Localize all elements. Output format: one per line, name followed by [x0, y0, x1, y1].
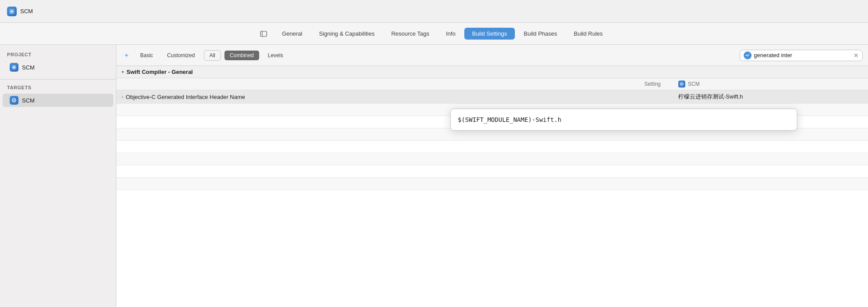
- row-setting-name: Objective-C Generated Interface Header N…: [126, 94, 245, 100]
- svg-point-5: [14, 100, 15, 101]
- col-setting-header: Setting: [122, 81, 678, 87]
- popup-value[interactable]: $(SWIFT_MODULE_NAME)-Swift.h: [458, 116, 561, 123]
- tab-info[interactable]: Info: [438, 28, 463, 40]
- tab-build-rules[interactable]: Build Rules: [566, 28, 611, 40]
- scm-header-icon: [678, 80, 685, 88]
- sidebar-divider: [0, 79, 116, 80]
- filter-bar: + Basic Customized All Combined Levels ✕: [116, 45, 868, 66]
- tab-build-phases[interactable]: Build Phases: [516, 28, 565, 40]
- section-chevron-icon[interactable]: ▾: [122, 69, 124, 74]
- empty-row-5: [116, 153, 868, 165]
- project-section-label: PROJECT: [0, 52, 116, 61]
- filter-levels-button[interactable]: Levels: [263, 51, 289, 60]
- titlebar: SCM ‹ ! ›: [0, 0, 868, 23]
- targets-section-label: TARGETS: [0, 85, 116, 94]
- filter-all-button[interactable]: All: [204, 50, 221, 61]
- add-button[interactable]: +: [122, 51, 131, 60]
- row-setting-col: › Objective-C Generated Interface Header…: [122, 94, 678, 100]
- filter-combined-button[interactable]: Combined: [224, 51, 259, 60]
- tab-build-settings[interactable]: Build Settings: [464, 28, 515, 40]
- section-header: ▾ Swift Compiler - General: [116, 66, 868, 78]
- section-title: Swift Compiler - General: [127, 69, 193, 75]
- target-icon: [10, 96, 18, 105]
- row-setting-value: 柠檬云进销存测试-Swift.h: [678, 93, 863, 101]
- tab-signing[interactable]: Signing & Capabilities: [311, 28, 382, 40]
- sidebar-item-project[interactable]: SCM: [3, 61, 113, 74]
- search-input[interactable]: [754, 52, 851, 58]
- sidebar: PROJECT SCM TARGETS SCM: [0, 45, 116, 307]
- empty-row-6: [116, 165, 868, 178]
- search-box: ✕: [740, 50, 863, 61]
- titlebar-title: SCM: [20, 8, 33, 15]
- sidebar-toggle-button[interactable]: [257, 28, 270, 40]
- empty-row-4: [116, 141, 868, 153]
- project-icon: [10, 63, 18, 72]
- svg-point-7: [681, 84, 682, 84]
- empty-row-7: [116, 178, 868, 190]
- content-area: + Basic Customized All Combined Levels ✕…: [116, 45, 868, 307]
- tab-bar: General Signing & Capabilities Resource …: [0, 23, 868, 45]
- search-icon: [744, 51, 752, 59]
- col-scm-header: SCM: [678, 80, 863, 88]
- setting-row-objc-header[interactable]: › Objective-C Generated Interface Header…: [116, 90, 868, 104]
- target-label: SCM: [22, 97, 35, 104]
- popup-box: $(SWIFT_MODULE_NAME)-Swift.h: [450, 109, 797, 131]
- column-headers: Setting SCM: [116, 78, 868, 90]
- search-clear-button[interactable]: ✕: [854, 52, 859, 59]
- project-label: SCM: [22, 64, 35, 71]
- main-layout: PROJECT SCM TARGETS SCM: [0, 45, 868, 307]
- svg-rect-1: [260, 31, 267, 37]
- filter-basic-button[interactable]: Basic: [135, 51, 158, 60]
- titlebar-left: SCM: [7, 7, 33, 16]
- tab-resource-tags[interactable]: Resource Tags: [383, 28, 437, 40]
- app-icon: [7, 7, 17, 16]
- sidebar-item-scm-target[interactable]: SCM: [3, 94, 113, 107]
- row-chevron-icon[interactable]: ›: [122, 95, 123, 99]
- filter-customized-button[interactable]: Customized: [162, 51, 200, 60]
- tab-general[interactable]: General: [274, 28, 310, 40]
